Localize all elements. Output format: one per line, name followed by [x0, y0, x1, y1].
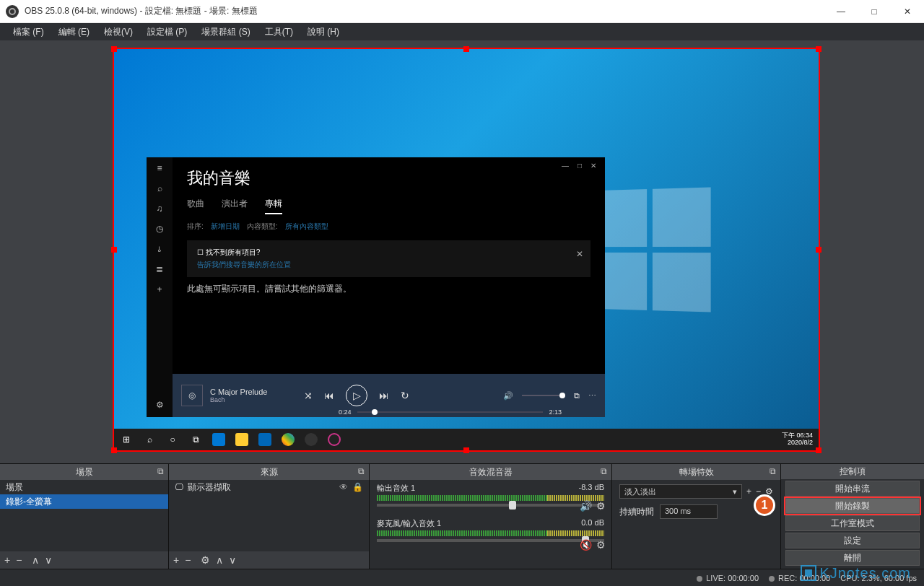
start-recording-button[interactable]: 開始錄製	[785, 498, 920, 514]
remove-scene-button[interactable]: −	[16, 554, 22, 566]
remove-source-button[interactable]: −	[185, 554, 191, 566]
tab-songs[interactable]: 歌曲	[187, 198, 204, 214]
next-track-icon[interactable]: ⏭	[379, 390, 389, 401]
prev-track-icon[interactable]: ⏮	[324, 390, 334, 401]
explorer-icon[interactable]	[235, 433, 248, 446]
taskview-icon[interactable]: ⧉	[189, 433, 202, 446]
volume-slider[interactable]	[377, 504, 604, 507]
edge-icon[interactable]	[212, 433, 225, 446]
taskbar-search-icon[interactable]: ⌕	[143, 433, 156, 446]
scene-item[interactable]: 場景	[0, 480, 168, 494]
music-maximize-icon[interactable]: □	[578, 162, 582, 170]
menu-view[interactable]: 檢視(V)	[97, 23, 140, 40]
type-value[interactable]: 所有內容類型	[285, 222, 328, 232]
repeat-icon[interactable]: ↻	[401, 390, 409, 401]
popout-icon[interactable]: ⧉	[358, 466, 365, 476]
visibility-icon[interactable]: 👁	[339, 482, 348, 492]
resize-handle[interactable]	[463, 447, 469, 453]
volume-slider[interactable]	[377, 539, 604, 542]
resize-handle[interactable]	[111, 447, 117, 453]
music-note-icon[interactable]: ♫	[157, 204, 163, 214]
scenes-list[interactable]: 場景 錄影-全螢幕	[0, 480, 168, 551]
groove-icon[interactable]	[328, 433, 341, 446]
resize-handle[interactable]	[111, 247, 117, 253]
sources-list[interactable]: 🖵 顯示器擷取 👁 🔒	[169, 480, 369, 551]
playlist-icon[interactable]: ≣	[156, 264, 163, 274]
source-settings-button[interactable]: ⚙	[201, 554, 210, 566]
shuffle-icon[interactable]: ⤨	[304, 390, 313, 401]
popout-icon[interactable]: ⧉	[770, 466, 776, 476]
resize-handle[interactable]	[816, 447, 821, 453]
duration-label: 持續時間	[619, 506, 654, 518]
music-minimize-icon[interactable]: —	[562, 162, 569, 170]
obs-taskbar-icon[interactable]	[305, 433, 318, 446]
resize-handle[interactable]	[111, 46, 117, 52]
duration-input[interactable]: 300 ms	[660, 504, 718, 519]
music-notice: ☐ 找不到所有項目? 告訴我們搜尋音樂的所在位置 ✕	[187, 240, 590, 277]
music-close-icon[interactable]: ✕	[590, 162, 596, 170]
gear-icon[interactable]: ⚙	[596, 539, 606, 551]
lock-icon[interactable]: 🔒	[352, 482, 363, 492]
empty-message: 此處無可顯示項目。請嘗試其他的篩選器。	[187, 283, 590, 295]
channel-name: 輸出音效 1	[377, 483, 415, 494]
add-source-button[interactable]: +	[173, 554, 179, 566]
start-icon[interactable]: ⊞	[120, 433, 133, 446]
album-art-icon: ◎	[181, 385, 203, 406]
scene-item[interactable]: 錄影-全螢幕	[0, 494, 168, 509]
tab-artists[interactable]: 演出者	[222, 198, 248, 214]
notice-link[interactable]: 告訴我們搜尋音樂的所在位置	[197, 260, 580, 270]
popout-icon[interactable]: ⧉	[601, 466, 607, 476]
add-transition-button[interactable]: +	[746, 486, 751, 497]
menu-scene-collection[interactable]: 場景群組 (S)	[194, 23, 257, 40]
progress-slider[interactable]	[357, 411, 544, 413]
cortana-icon[interactable]: ○	[166, 433, 179, 446]
mute-icon[interactable]: 🔇	[580, 539, 592, 551]
hamburger-icon[interactable]: ≡	[157, 163, 162, 173]
move-up-button[interactable]: ∧	[216, 554, 223, 566]
search-icon[interactable]: ⌕	[157, 183, 162, 193]
now-playing-icon[interactable]: ⫰	[157, 244, 162, 254]
menu-file[interactable]: 檔案 (F)	[6, 23, 51, 40]
transitions-header: 轉場特效	[679, 466, 714, 478]
menu-help[interactable]: 說明 (H)	[300, 23, 346, 40]
popout-icon[interactable]: ⧉	[157, 466, 164, 476]
move-down-button[interactable]: ∨	[229, 554, 236, 566]
source-selection-outline[interactable]: — □ ✕ ≡ ⌕ ♫ ◷ ⫰ ≣ + ⚙	[113, 48, 820, 452]
menu-edit[interactable]: 編輯 (E)	[51, 23, 97, 40]
miniplayer-icon[interactable]: ⧉	[574, 391, 580, 401]
system-tray[interactable]: 下午 06:34 2020/8/2	[782, 432, 813, 447]
move-up-button[interactable]: ∧	[32, 554, 39, 566]
resize-handle[interactable]	[463, 46, 469, 52]
transition-select[interactable]: 淡入淡出▾	[619, 484, 742, 499]
volume-slider[interactable]	[522, 395, 565, 396]
minimize-button[interactable]: —	[824, 0, 858, 23]
add-icon[interactable]: +	[157, 284, 162, 294]
volume-icon[interactable]: 🔊	[503, 391, 513, 401]
bottom-panels: 場景⧉ 場景 錄影-全螢幕 + − ∧ ∨ 來源⧉ 🖵 顯示器擷取 👁 🔒	[0, 463, 924, 569]
menu-profile[interactable]: 設定檔 (P)	[140, 23, 194, 40]
move-down-button[interactable]: ∨	[45, 554, 52, 566]
add-scene-button[interactable]: +	[4, 554, 10, 566]
speaker-icon[interactable]: 🔊	[580, 500, 592, 512]
more-icon[interactable]: ⋯	[588, 391, 596, 401]
sort-value[interactable]: 新增日期	[211, 222, 240, 232]
exit-button[interactable]: 離開	[785, 550, 920, 566]
tab-albums[interactable]: 專輯	[265, 198, 282, 214]
gear-icon[interactable]: ⚙	[156, 400, 164, 410]
chrome-icon[interactable]	[282, 433, 295, 446]
close-button[interactable]: ✕	[891, 0, 924, 23]
recent-icon[interactable]: ◷	[156, 224, 163, 234]
start-streaming-button[interactable]: 開始串流	[785, 481, 920, 497]
settings-button[interactable]: 設定	[785, 533, 920, 548]
menu-tools[interactable]: 工具(T)	[258, 23, 300, 40]
source-item[interactable]: 🖵 顯示器擷取 👁 🔒	[169, 480, 369, 494]
mail-icon[interactable]	[258, 433, 271, 446]
notice-close-icon[interactable]: ✕	[576, 249, 583, 259]
play-button[interactable]: ▷	[346, 385, 367, 406]
maximize-button[interactable]: □	[858, 0, 891, 23]
resize-handle[interactable]	[816, 46, 821, 52]
gear-icon[interactable]: ⚙	[596, 500, 606, 512]
music-heading: 我的音樂	[187, 167, 590, 189]
studio-mode-button[interactable]: 工作室模式	[785, 515, 920, 531]
resize-handle[interactable]	[816, 247, 821, 253]
